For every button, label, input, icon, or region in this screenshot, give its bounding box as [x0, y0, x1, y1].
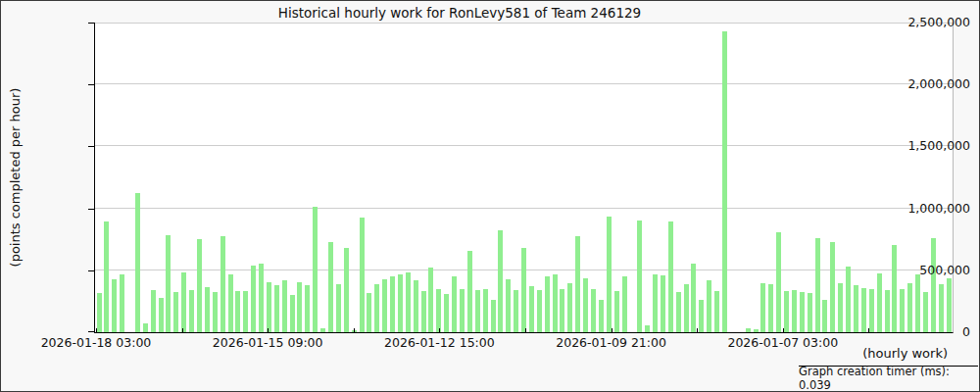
x-tick-label: 2026-01-07 03:00 — [724, 335, 842, 350]
bar — [398, 274, 403, 332]
bar — [553, 274, 558, 332]
bar — [467, 251, 472, 332]
bar — [854, 285, 858, 332]
bar — [151, 290, 156, 332]
bar — [421, 291, 426, 332]
bar — [213, 292, 218, 332]
bar — [274, 285, 279, 332]
bar — [800, 292, 805, 332]
bar — [498, 230, 503, 332]
bar — [622, 276, 627, 332]
bar — [892, 245, 897, 332]
bar — [808, 293, 812, 332]
bar — [313, 207, 318, 332]
y-axis-title: (points completed per hour) — [8, 88, 23, 268]
x-tick-label: 2026-01-18 03:00 — [37, 335, 155, 350]
bar — [452, 276, 457, 332]
bar — [599, 300, 604, 332]
bar — [475, 290, 480, 332]
bar — [838, 283, 843, 332]
bar — [143, 323, 148, 332]
bar — [915, 274, 920, 332]
y-tick-mark — [88, 146, 94, 147]
bar — [428, 268, 433, 332]
bar — [367, 293, 371, 332]
bar — [120, 274, 124, 332]
bar — [869, 289, 874, 332]
bar — [545, 276, 550, 332]
bar — [251, 266, 256, 332]
bar — [267, 282, 271, 332]
x-axis-note: (hourly work) — [862, 346, 948, 361]
y-tick-label: 1,500,000 — [886, 139, 970, 153]
bar — [846, 267, 851, 332]
bar — [444, 294, 449, 332]
y-tick-mark — [88, 209, 94, 210]
grid-line — [95, 23, 953, 24]
bar — [135, 193, 140, 332]
bar — [760, 283, 765, 332]
bar — [529, 286, 534, 332]
bar — [336, 284, 341, 332]
bar — [877, 273, 882, 332]
bar — [653, 274, 658, 332]
bar — [189, 290, 194, 332]
bar — [228, 274, 233, 332]
bar — [243, 291, 248, 332]
bar — [792, 290, 797, 332]
bar — [166, 235, 171, 332]
bar — [684, 284, 689, 332]
bar — [406, 272, 411, 332]
bar — [691, 264, 696, 332]
bar — [181, 272, 186, 332]
y-tick-mark — [88, 23, 94, 24]
bar — [414, 280, 418, 332]
bar — [97, 293, 102, 332]
bar — [768, 284, 773, 332]
bar — [352, 330, 357, 332]
bar — [197, 239, 202, 332]
bar — [112, 279, 117, 332]
bar — [645, 325, 650, 332]
bar — [320, 328, 325, 332]
bar — [560, 289, 564, 332]
bar — [714, 291, 719, 332]
bar — [822, 300, 827, 332]
bar — [290, 295, 295, 332]
bar — [583, 278, 588, 332]
bar — [173, 292, 178, 332]
bar — [259, 264, 264, 332]
bar — [567, 283, 572, 332]
bar — [205, 287, 210, 332]
bar — [607, 217, 612, 332]
bar — [491, 300, 496, 332]
bar — [282, 280, 287, 332]
bar — [614, 291, 619, 332]
bar — [436, 289, 441, 332]
bar — [104, 221, 109, 332]
bar — [382, 279, 387, 332]
bar — [668, 221, 673, 332]
y-tick-label: 2,500,000 — [886, 16, 970, 29]
bar — [235, 291, 240, 332]
bar — [699, 300, 704, 332]
bar — [637, 220, 642, 332]
bar — [328, 242, 333, 332]
plot-area — [94, 23, 954, 333]
y-tick-mark — [88, 84, 94, 85]
y-tick-mark — [88, 270, 94, 271]
bar — [931, 238, 936, 332]
bar — [591, 289, 596, 332]
bar — [220, 236, 225, 332]
bar — [676, 292, 681, 332]
bar — [460, 289, 465, 332]
bar — [360, 218, 365, 332]
y-tick-label: 0 — [886, 325, 970, 339]
chart-title: Historical hourly work for RonLevy581 of… — [1, 5, 918, 21]
bar — [390, 276, 395, 332]
bar — [514, 290, 518, 332]
bar — [746, 328, 751, 332]
bar — [707, 280, 711, 332]
bar — [305, 285, 310, 332]
grid-line — [95, 208, 953, 209]
